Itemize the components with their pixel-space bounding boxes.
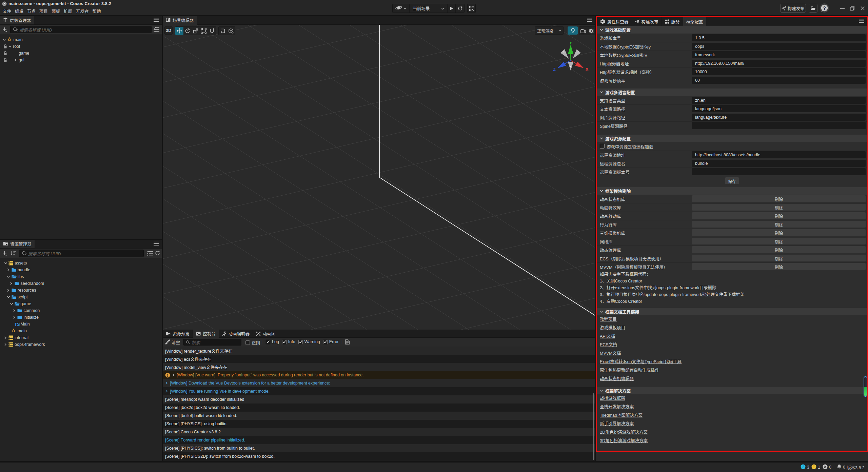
field-input-2-4[interactable]: [692, 122, 866, 129]
doc-link[interactable]: ECS文档: [600, 341, 617, 349]
log-row-7[interactable]: [Scene] meshopt wasm decoder initialized: [163, 395, 595, 404]
tab-inspector-4[interactable]: 框架配置: [683, 17, 706, 26]
field-input-1-6[interactable]: 60: [692, 77, 866, 84]
chevron-right-icon[interactable]: [14, 58, 17, 62]
log-row-10[interactable]: [Scene] [PHYSICS]: using builtin.: [163, 420, 595, 428]
chevron-down-icon[interactable]: [7, 296, 10, 298]
hierarchy-filter-icon[interactable]: [154, 27, 159, 33]
remove-button[interactable]: 剔除: [692, 212, 866, 219]
hierarchy-node-gui[interactable]: gui: [0, 57, 162, 63]
field-input-2-3[interactable]: language/texture: [692, 114, 866, 121]
log-row-4[interactable]: [Window] [Vue warn]: Property "onInput" …: [163, 371, 595, 379]
menu-7[interactable]: 开发者: [76, 7, 89, 16]
remove-button[interactable]: 剔除: [692, 238, 866, 244]
tab-inspector-2[interactable]: 构建发布: [632, 17, 662, 26]
chevron-down-icon[interactable]: [3, 38, 6, 41]
clear-console-button[interactable]: 清空: [165, 339, 180, 346]
refresh-assets-icon[interactable]: [155, 251, 160, 257]
add-node-button[interactable]: [2, 27, 7, 33]
log-row-14[interactable]: [Scene] [PHYSICS2D]: switch from box2d-w…: [163, 452, 595, 460]
log-row-12[interactable]: [Scene] Forward render pipeline initiali…: [163, 436, 595, 444]
doc-link[interactable]: 3D角色扮演游戏解决方案: [600, 437, 648, 445]
section-header-6[interactable]: 框架解决方案: [597, 387, 867, 394]
remove-button[interactable]: 剔除: [692, 263, 866, 270]
asset-node-bundle[interactable]: bundle: [0, 267, 162, 273]
doc-link[interactable]: Tiledmap地图解决方案: [600, 411, 643, 420]
help-button[interactable]: ?: [820, 3, 829, 13]
chevron-right-icon[interactable]: [7, 289, 9, 292]
status-errors[interactable]: 0: [823, 463, 831, 472]
scene-viewport[interactable]: Y X Z 3D 正常渲染: [163, 25, 595, 330]
log-row-11[interactable]: [Scene] Cocos Creator v3.8.2: [163, 428, 595, 436]
asset-node-game[interactable]: game: [0, 300, 162, 307]
doc-link[interactable]: 原生包热更新配置自动生成插件: [600, 366, 659, 375]
window-minimize-button[interactable]: [838, 4, 846, 12]
doc-link[interactable]: 新手引导解决方案: [600, 420, 634, 428]
field-input-1-3[interactable]: framework: [692, 51, 866, 58]
tab-console-3[interactable]: 动画编辑器: [219, 330, 253, 337]
status-info[interactable]: i 3: [801, 463, 809, 472]
save-button[interactable]: 保存: [725, 177, 739, 184]
rect-tool-button[interactable]: [200, 27, 208, 35]
section-header-1[interactable]: 游戏基础配置: [597, 26, 867, 34]
move-tool-button[interactable]: [175, 27, 183, 35]
chevron-right-icon[interactable]: [4, 343, 7, 346]
chevron-down-icon[interactable]: [7, 275, 10, 278]
camera-view-button[interactable]: [579, 27, 587, 35]
filter-log-checkbox[interactable]: Log: [266, 339, 279, 344]
filter-info-checkbox[interactable]: Info: [282, 339, 295, 344]
hierarchy-node-main[interactable]: main: [0, 36, 162, 43]
open-folder-button[interactable]: [809, 4, 817, 13]
remove-button[interactable]: 剔除: [692, 204, 866, 211]
reload-button[interactable]: [456, 4, 464, 13]
tab-hierarchy[interactable]: 层级管理器: [0, 16, 34, 24]
section-header-2[interactable]: 游戏多语言配置: [597, 88, 867, 96]
scene-select[interactable]: 当前场景: [410, 4, 447, 13]
field-input-1-5[interactable]: 10000: [692, 68, 866, 75]
chevron-right-icon[interactable]: [13, 316, 16, 319]
chevron-right-icon[interactable]: [10, 282, 13, 285]
remove-button[interactable]: 剔除: [692, 229, 866, 236]
tab-console-1[interactable]: 资源预览: [163, 330, 193, 337]
light-toggle-button[interactable]: [568, 26, 578, 35]
field-input-2-1[interactable]: zh,en: [692, 97, 866, 104]
doc-link[interactable]: MVVM文档: [600, 349, 621, 358]
asset-node-common[interactable]: common: [0, 307, 162, 314]
filter-warning-checkbox[interactable]: Warning: [298, 339, 320, 344]
menu-8[interactable]: 帮助: [93, 7, 101, 16]
hierarchy-search-input[interactable]: 搜索名称或 UUID: [10, 26, 152, 33]
scale-tool-button[interactable]: [192, 27, 200, 35]
log-row-8[interactable]: [Scene] [box2d]:box2d wasm lib loaded.: [163, 404, 595, 412]
hierarchy-node-root[interactable]: root: [0, 43, 162, 50]
log-row-13[interactable]: [Scene] [PHYSICS]: switch from builtin t…: [163, 444, 595, 452]
menu-5[interactable]: 面板: [52, 7, 60, 16]
tab-console-2[interactable]: 控制台: [193, 330, 219, 337]
asset-node-oops-framework[interactable]: oops-framework: [0, 341, 162, 348]
local-pivot-button[interactable]: [219, 27, 227, 35]
chevron-down-icon[interactable]: [10, 302, 13, 305]
rotate-tool-button[interactable]: [183, 27, 192, 35]
hierarchy-node-game[interactable]: game: [0, 50, 162, 57]
asset-node-Main[interactable]: TSMain: [0, 321, 162, 328]
doc-link[interactable]: API文档: [600, 332, 615, 341]
remote-load-checkbox[interactable]: [600, 144, 605, 149]
chevron-right-icon[interactable]: [7, 268, 9, 272]
field-input-1-2[interactable]: oops: [692, 43, 866, 50]
filter-error-checkbox[interactable]: Error: [323, 339, 339, 344]
asset-node-assets[interactable]: assets: [0, 260, 162, 267]
remove-button[interactable]: 剔除: [692, 255, 866, 261]
chevron-down-icon[interactable]: [8, 45, 12, 48]
inspector-scrollbar[interactable]: [864, 376, 867, 397]
mode-3d-button[interactable]: 3D: [164, 26, 173, 35]
asset-node-script[interactable]: script: [0, 294, 162, 300]
assets-menu-icon[interactable]: [154, 241, 159, 247]
status-warnings[interactable]: ! 1: [811, 463, 820, 472]
tab-assets[interactable]: 资源管理器: [0, 240, 35, 248]
hierarchy-menu-icon[interactable]: [154, 18, 159, 23]
assets-search-input[interactable]: 搜索名称或 UUID: [19, 250, 144, 257]
log-row-1[interactable]: [Window] render_texture文件夹存在: [163, 347, 595, 355]
doc-link[interactable]: 游戏模板项目: [600, 324, 625, 332]
section-header-5[interactable]: 框架文档工具链接: [597, 308, 867, 315]
tab-scene[interactable]: 场景编辑器: [163, 16, 197, 24]
remove-button[interactable]: 剔除: [692, 246, 866, 253]
